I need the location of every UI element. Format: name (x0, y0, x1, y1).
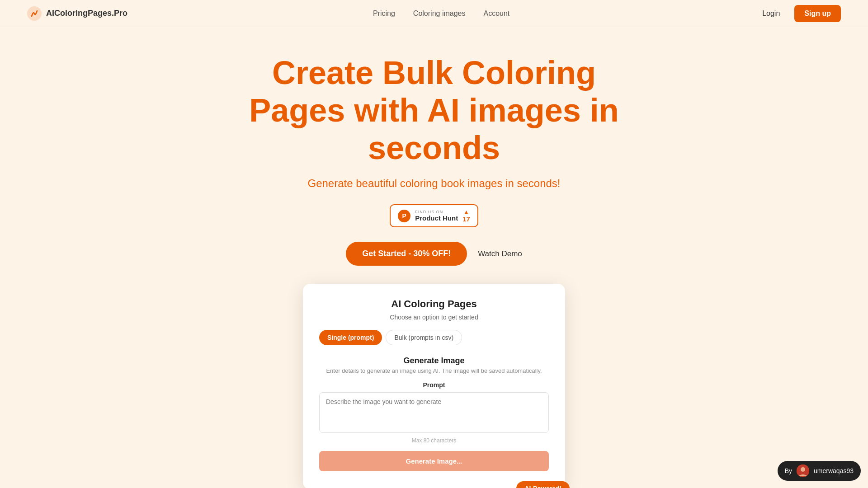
svg-point-2 (801, 467, 805, 472)
nav-links: Pricing Coloring images Account (373, 9, 509, 18)
tab-single-prompt[interactable]: Single (prompt) (319, 330, 382, 345)
app-card-title: AI Coloring Pages (319, 298, 549, 310)
get-started-button[interactable]: Get Started - 30% OFF! (346, 242, 467, 266)
by-label: By (785, 467, 792, 474)
logo-text: AIColoringPages.Pro (46, 9, 127, 18)
tab-row: Single (prompt) Bulk (prompts in csv) (319, 330, 549, 345)
logo-area: AIColoringPages.Pro (27, 6, 127, 21)
ph-arrow-icon: ▲ (464, 209, 469, 215)
app-card: AI Coloring Pages Choose an option to ge… (303, 284, 565, 488)
generate-button[interactable]: Generate Image... (319, 451, 549, 471)
hero-subtitle: Generate beautiful coloring book images … (307, 177, 560, 190)
nav-link-account[interactable]: Account (483, 9, 509, 18)
login-button[interactable]: Login (755, 6, 787, 21)
user-avatar (797, 465, 809, 477)
prompt-input[interactable] (319, 392, 549, 433)
ph-vote-count: 17 (462, 215, 470, 223)
app-card-subtitle: Choose an option to get started (319, 314, 549, 321)
ph-votes: ▲ 17 (462, 209, 470, 223)
nav-link-pricing[interactable]: Pricing (373, 9, 395, 18)
ph-find-text: FIND US ON (415, 210, 443, 214)
username-text: umerwaqas93 (814, 467, 854, 474)
app-card-wrapper: AI Coloring Pages Choose an option to ge… (303, 284, 565, 488)
signup-button[interactable]: Sign up (794, 5, 841, 22)
prompt-label: Prompt (319, 381, 549, 389)
hero-title: Create Bulk Coloring Pages with AI image… (231, 54, 637, 166)
tab-bulk-csv[interactable]: Bulk (prompts in csv) (386, 330, 462, 345)
char-limit-text: Max 80 characters (319, 437, 549, 444)
ph-text: FIND US ON Product Hunt (415, 210, 458, 222)
product-hunt-badge[interactable]: P FIND US ON Product Hunt ▲ 17 (390, 204, 478, 227)
nav-auth: Login Sign up (755, 5, 841, 22)
ph-name: Product Hunt (415, 214, 458, 222)
navbar: AIColoringPages.Pro Pricing Coloring ima… (0, 0, 868, 27)
by-user-badge: By umerwaqas93 (778, 461, 861, 481)
cta-row: Get Started - 30% OFF! Watch Demo (346, 242, 522, 266)
watch-demo-button[interactable]: Watch Demo (478, 249, 522, 258)
logo-icon (27, 6, 42, 21)
generate-section-desc: Enter details to generate an image using… (319, 367, 549, 374)
ph-logo-icon: P (398, 210, 410, 222)
hero-section: Create Bulk Coloring Pages with AI image… (0, 27, 868, 488)
generate-section-title: Generate Image (319, 356, 549, 366)
nav-link-coloring[interactable]: Coloring images (413, 9, 466, 18)
ai-powered-badge: AI-Powered! (516, 481, 570, 488)
